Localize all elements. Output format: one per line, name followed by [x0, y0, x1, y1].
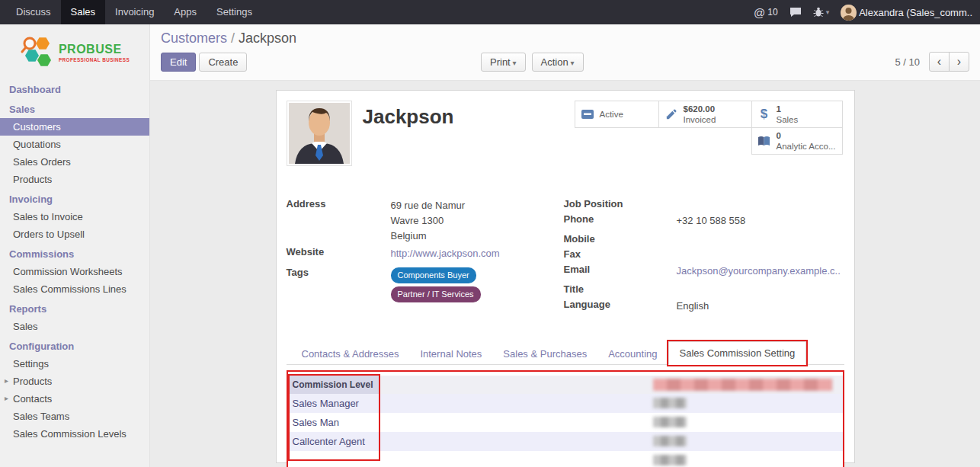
- breadcrumb-customers[interactable]: Customers: [161, 30, 227, 46]
- create-button[interactable]: Create: [199, 53, 247, 72]
- sidebar-item-sales-commissions-lines[interactable]: Sales Commissions Lines: [0, 280, 149, 298]
- sheet-header: Jackpson Active $620.00 Invoiced: [287, 101, 844, 174]
- language-value: English: [677, 299, 709, 314]
- tag-components-buyer: Components Buyer: [391, 267, 476, 283]
- sales-stat-button[interactable]: $ 1 Sales: [751, 101, 843, 128]
- analytic-label: Analytic Acco...: [777, 141, 836, 152]
- sidebar-item-commission-worksheets[interactable]: Commission Worksheets: [0, 263, 149, 280]
- website-row: Website http://www.jackpson.com: [287, 246, 564, 261]
- job-position-label: Job Position: [564, 198, 677, 210]
- redacted-cell-content: [653, 455, 687, 465]
- email-link[interactable]: Jackpson@yourcompany.example.c..: [677, 264, 841, 279]
- fax-label: Fax: [564, 248, 677, 260]
- commission-level-cell: Sales Man: [288, 417, 379, 428]
- debug-menu-button[interactable]: [813, 7, 830, 18]
- sidebar-header-commissions[interactable]: Commissions: [0, 243, 149, 263]
- tab-sales-commission-setting[interactable]: Sales Commission Setting: [668, 341, 807, 365]
- sidebar-header-configuration[interactable]: Configuration: [0, 335, 149, 355]
- sidebar-item-sales-teams[interactable]: Sales Teams: [0, 408, 149, 425]
- tag-partner-it-services: Partner / IT Services: [391, 286, 481, 302]
- print-dropdown-button[interactable]: Print: [481, 53, 526, 72]
- sidebar: PROBUSE PROFESSIONAL BUSINESS Dashboard …: [0, 24, 150, 467]
- tab-accounting[interactable]: Accounting: [597, 343, 668, 365]
- tags-label: Tags: [287, 267, 391, 278]
- redacted-cell-content: [653, 398, 687, 408]
- menu-discuss[interactable]: Discuss: [6, 0, 61, 24]
- book-icon: [757, 136, 771, 146]
- sales-count-value: 1: [777, 104, 799, 114]
- sidebar-header-sales[interactable]: Sales: [0, 98, 149, 118]
- user-menu-button[interactable]: Alexandra (Sales_comm..: [841, 5, 972, 21]
- redacted-header-content: [653, 379, 832, 391]
- breadcrumb-separator: /: [231, 30, 235, 46]
- website-label: Website: [287, 246, 391, 257]
- analytic-value: 0: [777, 130, 836, 141]
- table-row-callcenter-agent[interactable]: Callcenter Agent: [288, 432, 843, 451]
- phone-label: Phone: [564, 213, 677, 225]
- sidebar-item-products[interactable]: Products: [0, 171, 149, 188]
- pager-text: 5 / 10: [895, 56, 920, 68]
- pager-previous-button[interactable]: [929, 52, 950, 72]
- website-link[interactable]: http://www.jackpson.com: [391, 246, 500, 261]
- mention-count: 10: [767, 7, 777, 18]
- mobile-label: Mobile: [564, 233, 677, 245]
- table-row-sales-manager[interactable]: Sales Manager: [288, 394, 843, 413]
- email-row: Email Jackpson@yourcompany.example.c..: [564, 264, 844, 279]
- address-label: Address: [287, 198, 391, 210]
- sidebar-item-quotations[interactable]: Quotations: [0, 136, 149, 153]
- tab-contacts-addresses[interactable]: Contacts & Addresses: [291, 343, 410, 365]
- table-row-sales-man[interactable]: Sales Man: [288, 413, 843, 432]
- commission-table-annotation-box: Commission Level Sales Manager Sales Man…: [287, 370, 844, 467]
- address-value: 69 rue de Namur Wavre 1300 Belgium: [391, 198, 466, 244]
- sidebar-item-sales-commission-levels[interactable]: Sales Commission Levels: [0, 425, 149, 443]
- debug-icon: [813, 7, 824, 18]
- sidebar-item-sales-to-invoice[interactable]: Sales to Invoice: [0, 208, 149, 226]
- commission-level-column-header[interactable]: Commission Level: [288, 376, 379, 394]
- sidebar-item-sales-orders[interactable]: Sales Orders: [0, 153, 149, 171]
- tab-sales-purchases[interactable]: Sales & Purchases: [492, 343, 597, 365]
- invoiced-value: $620.00: [684, 104, 716, 114]
- table-row-empty[interactable]: [288, 451, 843, 467]
- action-dropdown-button[interactable]: Action: [532, 53, 584, 72]
- tags-value: Components Buyer Partner / IT Services: [391, 267, 484, 305]
- sidebar-header-reports[interactable]: Reports: [0, 298, 149, 318]
- sidebar-item-customers[interactable]: Customers: [0, 118, 149, 136]
- right-field-group: Job Position Phone +32 10 588 558 Mobile…: [564, 198, 844, 316]
- pencil-icon: [665, 109, 678, 120]
- sidebar-item-orders-to-upsell[interactable]: Orders to Upsell: [0, 226, 149, 243]
- invoiced-label: Invoiced: [684, 114, 716, 125]
- title-label: Title: [564, 283, 677, 295]
- dollar-icon: $: [757, 106, 771, 122]
- menu-apps[interactable]: Apps: [164, 0, 207, 24]
- address-line-2: Wavre 1300: [391, 213, 466, 229]
- tab-internal-notes[interactable]: Internal Notes: [409, 343, 492, 365]
- sidebar-item-reports-sales[interactable]: Sales: [0, 318, 149, 335]
- left-field-group: Address 69 rue de Namur Wavre 1300 Belgi…: [287, 198, 564, 316]
- edit-button[interactable]: Edit: [161, 53, 196, 72]
- pager: 5 / 10: [895, 52, 969, 72]
- sidebar-header-dashboard[interactable]: Dashboard: [0, 78, 149, 98]
- main-area: Customers/Jackpson Edit Create Print Act…: [150, 24, 980, 467]
- menu-settings[interactable]: Settings: [207, 0, 262, 24]
- active-icon: [581, 109, 594, 120]
- chat-button[interactable]: [789, 7, 802, 18]
- job-position-row: Job Position: [564, 198, 844, 211]
- active-stat-button[interactable]: Active: [575, 101, 659, 128]
- sidebar-item-settings[interactable]: Settings: [0, 355, 149, 373]
- pager-next-button[interactable]: [949, 52, 969, 72]
- sidebar-header-invoicing[interactable]: Invoicing: [0, 188, 149, 208]
- language-label: Language: [564, 299, 677, 310]
- mentions-button[interactable]: 10: [754, 6, 778, 19]
- menu-sales[interactable]: Sales: [61, 0, 106, 24]
- sidebar-item-config-products[interactable]: Products: [0, 373, 149, 390]
- table-header-row: Commission Level: [288, 376, 843, 394]
- notebook-tabs: Contacts & Addresses Internal Notes Sale…: [287, 341, 844, 365]
- redacted-cell-content: [653, 417, 687, 427]
- sidebar-item-config-contacts[interactable]: Contacts: [0, 390, 149, 408]
- active-label: Active: [600, 109, 623, 120]
- address-row: Address 69 rue de Namur Wavre 1300 Belgi…: [287, 198, 564, 244]
- menu-invoicing[interactable]: Invoicing: [105, 0, 164, 24]
- analytic-stat-button[interactable]: 0 Analytic Acco...: [751, 127, 843, 155]
- invoiced-stat-button[interactable]: $620.00 Invoiced: [658, 101, 752, 128]
- form-sheet: Jackpson Active $620.00 Invoiced: [276, 90, 855, 463]
